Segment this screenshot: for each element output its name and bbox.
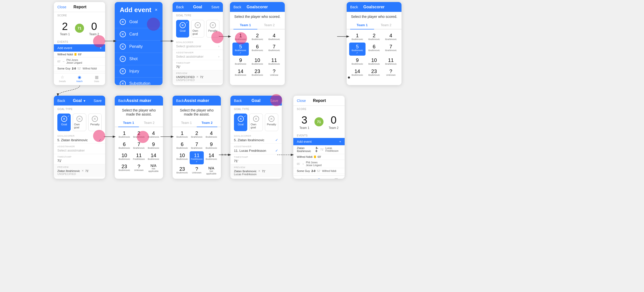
team2-tab-2[interactable]: Team 2 xyxy=(374,21,398,29)
player-23-1[interactable]: 23Ibrahimovic xyxy=(249,67,266,78)
assistmaker-value-bottom[interactable]: Select assistmaker xyxy=(57,149,102,152)
penalty-btn-bottom[interactable]: ✕ Penalty xyxy=(88,114,102,131)
player-11-1[interactable]: 11Ibrahimovic xyxy=(266,56,282,67)
ap-7-1[interactable]: 7Ibrahimovic xyxy=(132,140,146,151)
menu-goal[interactable]: ✕ Goal xyxy=(115,16,163,28)
nav-match-2[interactable]: ◉ Match xyxy=(310,177,328,179)
ap-na-1[interactable]: N/ANot applicable xyxy=(146,162,160,174)
nav-stats-2[interactable]: ▦ Stats xyxy=(328,177,345,179)
menu-substitution[interactable]: ✕ Substitution xyxy=(115,78,163,85)
assist-team1-tab-2[interactable]: Team 1 xyxy=(176,119,197,127)
own-goal-btn-bottom[interactable]: ✕ Own goal xyxy=(73,114,86,131)
player-2-1[interactable]: 2Ibrahimovic xyxy=(249,31,266,42)
add-event-btn-2[interactable]: Add event + xyxy=(293,138,345,145)
assistmaker-value-bottom-2[interactable]: 11. Lucas Fredriksson ✓ xyxy=(234,149,278,153)
assistmaker-value-top[interactable]: Select assistmaker › xyxy=(176,55,219,58)
goalscorer-value-bottom[interactable]: 5. Zlatan Ibrahimovic ✓ xyxy=(57,138,102,142)
goal-type-icon-top: ✕ xyxy=(180,22,186,28)
close-button-1[interactable]: Close xyxy=(57,5,66,9)
menu-penalty[interactable]: ✕ Penalty xyxy=(115,41,163,53)
goalscorer-back-1[interactable]: Back xyxy=(233,5,241,9)
close-button-2[interactable]: Close xyxy=(297,99,306,103)
player-14-2[interactable]: 14Ibrahimovic xyxy=(349,67,366,78)
assist-team1-tab-1[interactable]: Team 1 xyxy=(118,119,139,127)
player-q-2[interactable]: ?Unknown xyxy=(383,67,399,78)
ap-6-2[interactable]: 6Ibrahimovic xyxy=(175,140,189,151)
ap-na-2[interactable]: N/ANot applicable xyxy=(204,165,218,176)
player-14-1[interactable]: 14Ibrahimovic xyxy=(232,67,249,78)
ap-2-1[interactable]: 2Ibrahimovic xyxy=(132,129,146,140)
ap-6-1[interactable]: 6Ibrahimovic xyxy=(117,140,131,151)
goal-btn-bottom[interactable]: ✓ ✕ Goal xyxy=(57,114,71,131)
goalscorer-value-top[interactable]: Select goalscorer › xyxy=(176,44,219,48)
ap-7-2[interactable]: 7Ibrahimovic xyxy=(190,140,204,151)
menu-shot[interactable]: ✕ Shot xyxy=(115,53,163,65)
goal-save-top[interactable]: Save xyxy=(211,5,219,9)
player-5-2[interactable]: 5Ibrahimovic✓ xyxy=(349,43,366,56)
nav-details-1[interactable]: ☆ Details xyxy=(54,75,71,83)
player-9-2[interactable]: 9Ibrahimovic xyxy=(349,56,366,67)
player-1-2[interactable]: 1Ibrahimovic xyxy=(349,31,366,42)
goalscorer-value-bottom-2[interactable]: 5. Zlatan Ibrahimovic ✓ xyxy=(234,138,278,142)
ap-9-2[interactable]: 9Ibrahimovic xyxy=(204,140,218,151)
ap-14-1[interactable]: 14Ibrahimovic xyxy=(146,151,160,162)
goal-btn-bottom-2[interactable]: ✓ ✕ Goal xyxy=(234,114,247,131)
player-6-2[interactable]: 6Ibrahimovic xyxy=(366,43,382,56)
ap-9-1[interactable]: 9Ibrahimovic xyxy=(146,140,160,151)
team1-tab-2[interactable]: Team 1 xyxy=(350,21,374,29)
nav-stats-1[interactable]: ▦ Stats xyxy=(88,75,105,83)
ap-2-2[interactable]: 2Ibrahimovic xyxy=(190,129,204,140)
ap-1-2[interactable]: 1Ibrahimovic xyxy=(175,129,189,140)
ap-10-1[interactable]: 10Ibrahimovic xyxy=(117,151,131,162)
modal-close-btn[interactable]: × xyxy=(155,7,157,13)
ap-11-2[interactable]: 11Fredriksson✓ xyxy=(190,151,204,164)
player-10-2[interactable]: 10Ibrahimovic xyxy=(366,56,382,67)
player-7-2[interactable]: 7Ibrahimovic xyxy=(383,43,399,56)
player-7-1[interactable]: 7Ibrahimovic xyxy=(266,43,282,56)
ap-11-1[interactable]: 11Fredriksson xyxy=(132,151,146,162)
ap-14-2[interactable]: 14Ibrahimovic xyxy=(204,151,218,164)
penalty-btn-bottom-2[interactable]: ✕ Penalty xyxy=(265,114,278,131)
ap-q-2[interactable]: ?Unknown xyxy=(190,165,204,176)
goal-back-bottom[interactable]: Back xyxy=(57,99,65,103)
team2-tab-1[interactable]: Team 2 xyxy=(257,21,281,29)
player-4-2[interactable]: 4Ibrahimovic xyxy=(383,31,399,42)
player-1-1[interactable]: 1Ibrahimovic xyxy=(232,31,249,42)
ap-q-1[interactable]: ?Unknown xyxy=(132,162,146,174)
menu-injury[interactable]: ✕ Injury xyxy=(115,65,163,78)
penalty-btn-top[interactable]: ✕ Penalty xyxy=(206,20,219,38)
player-23-2[interactable]: 23Ibrahimovic xyxy=(366,67,382,78)
assist-back-2[interactable]: Back xyxy=(176,99,184,103)
check-icon-assist-2: ✓ xyxy=(275,149,278,153)
player-9-1[interactable]: 9Ibrahimovic xyxy=(232,56,249,67)
nav-match-1[interactable]: ◉ Match xyxy=(71,75,88,83)
player-5-1[interactable]: 5Ibrahimovic✓ xyxy=(232,43,249,56)
player-q-1[interactable]: ?Unknow xyxy=(266,67,282,78)
player-10-1[interactable]: 10Ibrahimovic xyxy=(249,56,266,67)
menu-card[interactable]: ✕ Card xyxy=(115,28,163,41)
assist-team2-tab-2[interactable]: Team 2 xyxy=(197,119,217,127)
ap-23-1[interactable]: 23Ibrahimovic xyxy=(117,162,131,174)
assist-back-1[interactable]: Back xyxy=(118,99,126,103)
team1-tab-1[interactable]: Team 1 xyxy=(233,21,257,29)
ap-23-2[interactable]: 23Ibrahimovic xyxy=(175,165,189,176)
own-goal-btn-top[interactable]: ✕ Own goal xyxy=(191,20,204,38)
player-6-1[interactable]: 6Ibrahimovic xyxy=(249,43,266,56)
nav-details-2[interactable]: ☆ Details xyxy=(293,177,310,179)
ap-10-2[interactable]: 10Ibrahimovic xyxy=(175,151,189,164)
player-2-2[interactable]: 2Ibrahimovic xyxy=(366,31,382,42)
assist-team2-tab-1[interactable]: Team 2 xyxy=(139,119,159,127)
goal-save-bottom-2[interactable]: Save xyxy=(270,99,278,103)
goal-back-top[interactable]: Back xyxy=(176,5,184,9)
add-event-btn-1[interactable]: Add event + xyxy=(54,44,105,52)
own-goal-btn-bottom-2[interactable]: ✕ Own goal xyxy=(249,114,263,131)
goal-save-bottom[interactable]: Save xyxy=(94,99,102,103)
player-4-1[interactable]: 4Ibrahimovic xyxy=(266,31,282,42)
ap-4-1[interactable]: 4Ibrahimovic xyxy=(146,129,160,140)
goal-back-bottom-2[interactable]: Back xyxy=(234,99,242,103)
goalscorer-back-2[interactable]: Back xyxy=(350,5,358,9)
ap-1-1[interactable]: 1Ibrahimovic xyxy=(117,129,131,140)
player-11-2[interactable]: 11Ibrahimovic xyxy=(383,56,399,67)
ap-4-2[interactable]: 4Ibrahimovic xyxy=(204,129,218,140)
goal-btn-top[interactable]: ✓ ✕ Goal xyxy=(176,20,189,38)
